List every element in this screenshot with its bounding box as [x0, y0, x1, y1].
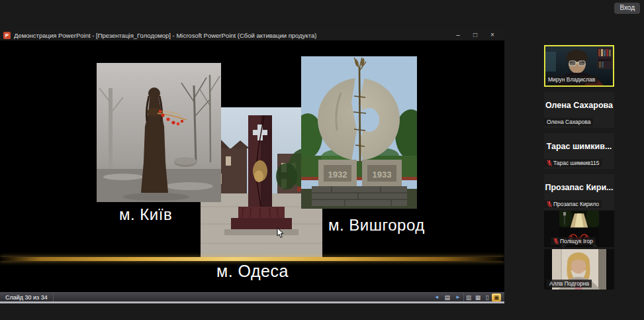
muted-mic-icon — [547, 160, 552, 166]
participant-display-name: Тарас шимкив... — [544, 142, 614, 151]
previous-slide-button[interactable]: ◄ — [432, 294, 442, 300]
participant-name-tag: Алла Подгорна — [547, 280, 592, 288]
participant-name: Поліщук Ігор — [560, 238, 593, 244]
window-bottom-border — [0, 301, 504, 303]
powerpoint-title-bar[interactable]: P Демонстрация PowerPoint - [Презентація… — [0, 30, 504, 41]
reading-view-button[interactable]: ▯ — [483, 293, 492, 301]
statusbar-divider — [53, 293, 54, 301]
participant-name: Олена Сахарова — [547, 119, 590, 125]
meeting-screen: { "app": { "login_label": "Вход" }, "pow… — [0, 0, 644, 320]
participant-name: Мирун Владислав — [548, 76, 595, 83]
participant-name-tag: Поліщук Ігор — [551, 237, 596, 245]
participant-tile-taras-shymkiv[interactable]: Тарас шимкив... Тарас шимкив115 — [544, 133, 614, 169]
next-slide-button[interactable]: ► — [453, 294, 463, 300]
participant-display-name: Олена Сахарова — [544, 101, 614, 110]
window-controls: – □ × — [449, 30, 501, 40]
participant-display-name: Прозапас Кири... — [544, 183, 614, 192]
slideshow-view-button[interactable]: ▣ — [492, 293, 501, 301]
monument-photo-vyshhorod: 1932 1933 — [301, 56, 417, 209]
powerpoint-icon: P — [3, 32, 11, 39]
slide-area[interactable]: 1932 1933 м. Київ м. Вишгород м. Одеса — [0, 41, 504, 292]
slide-counter: Слайд 30 из 34 — [0, 294, 53, 301]
participant-name: Тарас шимкив115 — [553, 160, 600, 166]
mouse-cursor — [277, 227, 285, 241]
participant-tile-alla-podhorna[interactable]: Алла Подгорна — [544, 249, 614, 290]
participant-tile-myrun-vladyslav[interactable]: Мирун Владислав — [544, 45, 614, 87]
powerpoint-window: P Демонстрация PowerPoint - [Презентація… — [0, 30, 504, 303]
slide-menu-button[interactable]: ▤ — [442, 294, 453, 301]
normal-view-button[interactable]: ▥ — [464, 293, 473, 301]
label-odesa: м. Одеса — [216, 262, 289, 281]
window-title: Демонстрация PowerPoint - [Презентація_Г… — [14, 32, 316, 39]
year-1933: 1933 — [373, 170, 392, 180]
participant-tile-polishchuk-ihor[interactable]: Поліщук Ігор — [544, 211, 614, 247]
close-button[interactable]: × — [484, 30, 501, 40]
participant-tile-prozapas-kyrylo[interactable]: Прозапас Кири... Прозапас Кирило — [544, 174, 614, 210]
minimize-button[interactable]: – — [449, 30, 467, 40]
participant-name: Алла Подгорна — [549, 280, 589, 287]
muted-mic-icon — [547, 201, 552, 207]
participant-name: Прозапас Кирило — [553, 201, 599, 207]
participant-name-tag: Олена Сахарова — [544, 118, 593, 126]
participant-name-tag: Тарас шимкив115 — [544, 159, 602, 167]
gold-divider — [0, 257, 504, 261]
year-1932: 1932 — [328, 170, 347, 180]
participant-tile-olena-sakharova[interactable]: Олена Сахарова Олена Сахарова — [544, 92, 614, 128]
powerpoint-status-bar: Слайд 30 из 34 ◄ ▤ ► ▥ ▦ ▯ ▣ — [0, 292, 504, 301]
restore-button[interactable]: □ — [467, 30, 484, 40]
participant-name-tag: Прозапас Кирило — [544, 200, 602, 208]
label-kyiv: м. Київ — [119, 205, 172, 224]
monument-photo-kyiv — [97, 63, 221, 202]
login-button[interactable]: Вход — [614, 3, 640, 14]
participant-name-tag: Мирун Владислав — [545, 76, 598, 83]
muted-mic-icon — [553, 238, 559, 244]
slide-sorter-view-button[interactable]: ▦ — [473, 293, 483, 301]
label-vyshhorod: м. Вишгород — [328, 216, 425, 235]
